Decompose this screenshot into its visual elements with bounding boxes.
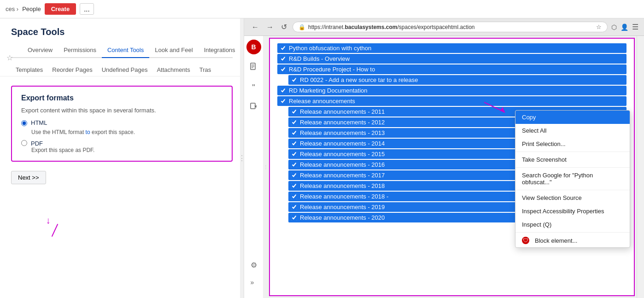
sidebar-settings-icon[interactable]: ⚙: [247, 257, 261, 273]
more-button[interactable]: ...: [80, 3, 94, 15]
sub-tab-undefined-pages[interactable]: Undefined Pages: [97, 64, 152, 76]
sidebar-drag-handle[interactable]: ⋮: [263, 36, 267, 298]
checkbox-input-2[interactable]: [280, 66, 286, 72]
browser-refresh-button[interactable]: ↺: [279, 22, 289, 32]
browser-forward-button[interactable]: →: [264, 22, 275, 32]
checkbox-label-13: Release announcements - 2018: [300, 182, 385, 189]
nav-people[interactable]: People: [22, 6, 41, 12]
checkbox-item-2: R&D Procedure Project - How to: [277, 64, 626, 74]
checkbox-input-14[interactable]: [291, 193, 297, 199]
checkbox-input-10[interactable]: [291, 151, 297, 157]
checkbox-label-8: Release announcements - 2013: [300, 129, 385, 136]
scrollbar-area[interactable]: [637, 36, 644, 298]
security-icon: 🔒: [299, 24, 305, 30]
context-menu-view-source[interactable]: View Selection Source: [515, 191, 630, 205]
left-panel: ☆ Space Tools Overview Permissions Conte…: [0, 18, 244, 298]
sub-tab-attachments[interactable]: Attachments: [152, 64, 194, 76]
export-page-content: Python obfuscation with cythonR&D Builds…: [269, 38, 635, 296]
context-menu-accessibility[interactable]: Inspect Accessibility Properties: [515, 205, 630, 218]
tab-overview[interactable]: Overview: [22, 43, 58, 58]
export-formats-box: Export formats Export content within thi…: [11, 86, 233, 162]
browser-content-area: B ": [244, 36, 644, 298]
context-menu-print-selection[interactable]: Print Selection...: [515, 137, 630, 151]
drag-dots-icon: ⋮: [263, 164, 267, 169]
checkbox-label-10: Release announcements - 2015: [300, 151, 385, 158]
tab-content-tools[interactable]: Content Tools: [102, 43, 149, 58]
context-menu-divider-1: [515, 152, 630, 152]
checkbox-input-7[interactable]: [291, 119, 297, 125]
address-bar[interactable]: 🔒 https://intranet.baculasystems.com/spa…: [293, 22, 608, 32]
tab-permissions[interactable]: Permissions: [58, 43, 102, 58]
extensions-icon[interactable]: ⬡: [611, 23, 617, 31]
context-menu-search-google[interactable]: Search Google for "Python obfuscat...": [515, 169, 630, 189]
block-element-label: Block element...: [535, 237, 578, 244]
checkbox-input-6[interactable]: [291, 109, 297, 115]
checkbox-input-13[interactable]: [291, 183, 297, 189]
star-icon[interactable]: ☆: [6, 53, 13, 62]
tab-look-feel[interactable]: Look and Feel: [149, 43, 198, 58]
address-url: https://intranet.baculasystems.com/space…: [308, 24, 475, 30]
context-menu-copy[interactable]: Copy: [515, 111, 630, 124]
context-menu-block-element[interactable]: 🛡 Block element...: [515, 234, 630, 247]
sidebar-expand-icon[interactable]: »: [247, 275, 261, 290]
checkbox-item-3: RD 0022 - Add a new source tar to a rele…: [288, 75, 626, 85]
next-button[interactable]: Next >>: [11, 171, 46, 184]
menu-icon[interactable]: ☰: [632, 23, 638, 31]
top-nav: ces › People Create ...: [0, 0, 644, 18]
context-menu-divider-2: [515, 167, 630, 168]
checkbox-input-12[interactable]: [291, 172, 297, 178]
context-menu-screenshot[interactable]: Take Screenshot: [515, 153, 630, 166]
checkbox-label-4: RD Marketing Documentation: [289, 87, 368, 94]
take-screenshot-label: Take Screenshot: [522, 156, 567, 163]
checkbox-input-1[interactable]: [280, 56, 286, 62]
account-icon[interactable]: 👤: [621, 23, 628, 31]
context-menu-inspect[interactable]: Inspect (Q): [515, 218, 630, 231]
checkbox-item-0: Python obfuscation with cython: [277, 43, 626, 53]
sidebar-quote-icon[interactable]: ": [248, 79, 258, 96]
checkbox-input-15[interactable]: [291, 204, 297, 210]
copy-label: Copy: [522, 114, 536, 121]
checkbox-input-0[interactable]: [280, 45, 286, 51]
sidebar-doc-icon[interactable]: [246, 59, 261, 76]
inspect-label: Inspect (Q): [522, 221, 551, 228]
arrow-annotation: ↑: [46, 216, 51, 227]
sidebar-export-icon[interactable]: [246, 99, 261, 116]
sub-tab-templates[interactable]: Templates: [11, 64, 47, 76]
browser-back-button[interactable]: ←: [250, 22, 261, 32]
context-menu-select-all[interactable]: Select All: [515, 124, 630, 137]
pdf-radio[interactable]: [21, 140, 27, 146]
checkbox-label-3: RD 0022 - Add a new source tar to a rele…: [300, 76, 418, 83]
checkbox-input-9[interactable]: [291, 140, 297, 146]
checkbox-input-8[interactable]: [291, 130, 297, 136]
checkbox-label-9: Release announcements - 2014: [300, 140, 385, 147]
html-radio[interactable]: [21, 120, 27, 126]
html-radio-option: HTML: [21, 119, 222, 126]
checkbox-label-11: Release announcements - 2016: [300, 161, 385, 168]
checkbox-input-3[interactable]: [291, 77, 297, 83]
accessibility-label: Inspect Accessibility Properties: [522, 208, 604, 215]
bookmark-star-icon[interactable]: ☆: [596, 23, 602, 30]
checkbox-input-16[interactable]: [291, 215, 297, 221]
checkbox-label-16: Release announcements - 2020: [300, 214, 385, 221]
create-button[interactable]: Create: [45, 3, 76, 15]
html-description: Use the HTML format to export this space…: [31, 129, 222, 135]
block-element-icon: 🛡: [522, 237, 529, 244]
checkbox-input-4[interactable]: [280, 88, 286, 93]
checkbox-input-5[interactable]: [280, 98, 286, 104]
checkbox-label-15: Release announcements - 2019: [300, 204, 385, 210]
sub-tab-reorder-pages[interactable]: Reorder Pages: [47, 64, 97, 76]
checkbox-label-7: Release announcements - 2012: [300, 119, 385, 126]
checkbox-label-14: Release announcements - 2018 -: [300, 193, 388, 200]
sub-tab-trash[interactable]: Tras: [195, 64, 216, 76]
resize-handle[interactable]: ⋮: [240, 18, 244, 298]
checkbox-label-5: Release announcements: [289, 98, 355, 105]
site-logo: B: [246, 40, 261, 54]
context-menu-divider-4: [515, 232, 630, 233]
sidebar-bottom: ⚙ »: [247, 257, 261, 294]
page-title: Space Tools: [11, 27, 233, 37]
checkbox-input-11[interactable]: [291, 162, 297, 168]
main-layout: ☆ Space Tools Overview Permissions Conte…: [0, 18, 644, 298]
tab-integrations[interactable]: Integrations: [199, 43, 241, 58]
export-title: Export formats: [21, 94, 222, 102]
html-format-link[interactable]: to: [86, 129, 90, 135]
